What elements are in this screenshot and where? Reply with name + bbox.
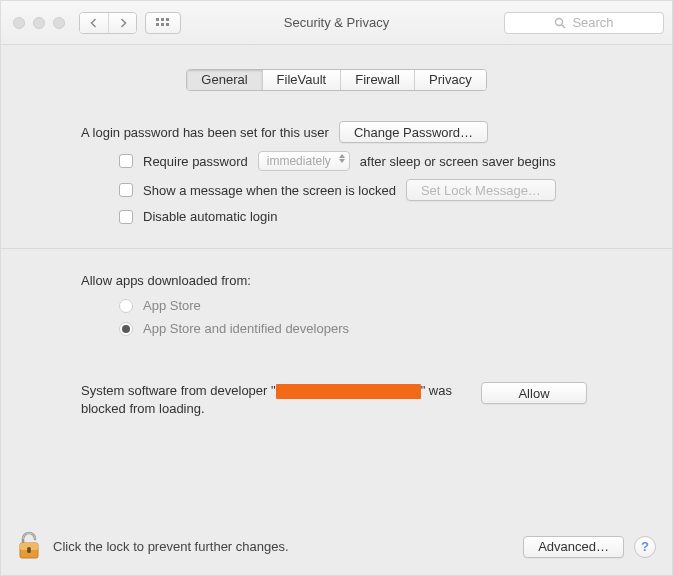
advanced-button[interactable]: Advanced… — [523, 536, 624, 558]
search-input[interactable]: Search — [504, 12, 664, 34]
radio-app-store-identified[interactable] — [119, 322, 133, 336]
lock-text: Click the lock to prevent further change… — [53, 539, 289, 554]
show-message-checkbox[interactable] — [119, 183, 133, 197]
show-message-label: Show a message when the screen is locked — [143, 183, 396, 198]
svg-rect-3 — [156, 23, 159, 26]
content: A login password has been set for this u… — [1, 91, 672, 418]
disable-auto-login-checkbox[interactable] — [119, 210, 133, 224]
svg-rect-0 — [156, 18, 159, 21]
back-button[interactable] — [80, 13, 108, 33]
section-divider — [1, 248, 672, 249]
minimize-window-button[interactable] — [33, 17, 45, 29]
radio-app-store[interactable] — [119, 299, 133, 313]
zoom-window-button[interactable] — [53, 17, 65, 29]
blocked-software-text: System software from developer "" was bl… — [81, 382, 461, 418]
require-password-row: Require password immediately after sleep… — [119, 151, 642, 171]
allow-button[interactable]: Allow — [481, 382, 587, 404]
help-button[interactable]: ? — [634, 536, 656, 558]
tab-filevault[interactable]: FileVault — [262, 70, 341, 90]
login-password-row: A login password has been set for this u… — [81, 121, 642, 143]
tabs: General FileVault Firewall Privacy — [186, 69, 486, 91]
show-all-button[interactable] — [145, 12, 181, 34]
nav-back-forward — [79, 12, 137, 34]
developer-name-redacted — [276, 384, 421, 399]
search-placeholder: Search — [572, 15, 613, 30]
svg-rect-5 — [166, 23, 169, 26]
svg-rect-10 — [27, 547, 31, 553]
footer: Click the lock to prevent further change… — [17, 530, 656, 563]
tabs-container: General FileVault Firewall Privacy — [1, 45, 672, 91]
tab-general[interactable]: General — [187, 70, 261, 90]
blocked-software-row: System software from developer "" was bl… — [81, 382, 642, 418]
gatekeeper-option-identified: App Store and identified developers — [119, 321, 642, 336]
svg-rect-1 — [161, 18, 164, 21]
gatekeeper-heading: Allow apps downloaded from: — [81, 269, 642, 288]
change-password-button[interactable]: Change Password… — [339, 121, 488, 143]
svg-rect-2 — [166, 18, 169, 21]
disable-auto-login-label: Disable automatic login — [143, 209, 277, 224]
require-password-suffix: after sleep or screen saver begins — [360, 154, 556, 169]
login-password-summary: A login password has been set for this u… — [81, 125, 329, 140]
show-message-row: Show a message when the screen is locked… — [119, 179, 642, 201]
svg-line-7 — [562, 25, 565, 28]
tab-privacy[interactable]: Privacy — [414, 70, 486, 90]
close-window-button[interactable] — [13, 17, 25, 29]
stepper-arrows-icon — [339, 154, 345, 163]
forward-button[interactable] — [108, 13, 136, 33]
set-lock-message-button: Set Lock Message… — [406, 179, 556, 201]
disable-auto-login-row: Disable automatic login — [119, 209, 642, 224]
require-password-delay-select[interactable]: immediately — [258, 151, 350, 171]
svg-rect-4 — [161, 23, 164, 26]
preferences-window: Security & Privacy Search General FileVa… — [0, 0, 673, 576]
toolbar: Security & Privacy Search — [1, 1, 672, 45]
require-password-checkbox[interactable] — [119, 154, 133, 168]
lock-icon[interactable] — [17, 530, 43, 563]
require-password-label: Require password — [143, 154, 248, 169]
svg-point-6 — [556, 18, 563, 25]
window-controls — [9, 17, 65, 29]
gatekeeper-option-appstore: App Store — [119, 298, 642, 313]
tab-firewall[interactable]: Firewall — [340, 70, 414, 90]
